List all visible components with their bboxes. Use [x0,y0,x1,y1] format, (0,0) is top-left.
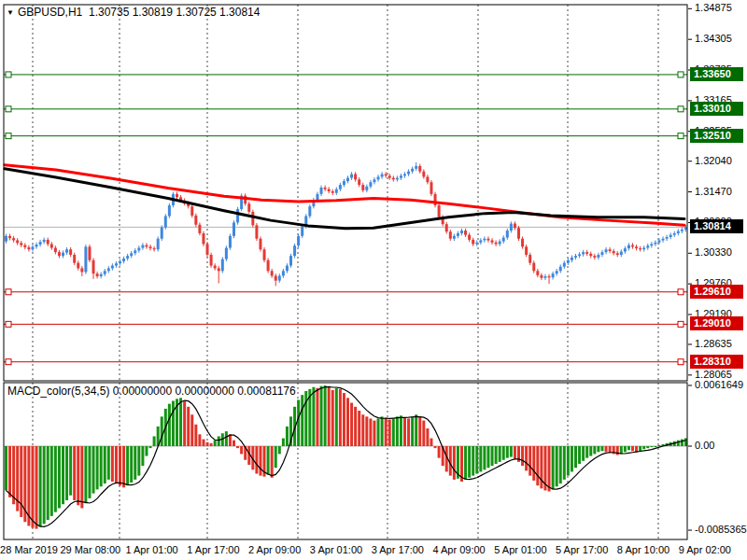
candle-body [115,263,118,265]
price-axis-tick-label: 1.34875 [695,2,732,13]
candle-body [271,271,274,275]
candle-body [529,255,531,263]
macd-histogram-bar [350,403,353,446]
candle-body [571,258,573,260]
candle-body [506,231,509,237]
candle-body [202,233,204,245]
macd-histogram-bar [335,388,338,446]
candle-body [548,276,551,277]
macd-histogram-bar [624,446,627,452]
level-line-handle[interactable] [678,106,684,112]
macd-histogram-bar [388,420,391,446]
macd-histogram-bar [304,391,307,446]
macd-histogram-bar [377,418,380,446]
macd-histogram-bar [104,446,106,483]
macd-histogram-bar [521,446,524,466]
candle-body [666,237,669,239]
level-line-handle[interactable] [6,359,11,365]
macd-histogram-bar [654,446,656,447]
price-level-label: 1.33650 [690,67,743,81]
macd-histogram-bar [529,446,531,476]
macd-indicator-label: MACD_color(5,34,5) 0.00000000 0.00000000… [7,385,296,398]
macd-histogram-bar [43,446,46,524]
candle-body [681,230,684,231]
candle-body [365,187,368,190]
macd-histogram-bar [96,446,99,489]
macd-histogram-bar [168,404,171,446]
candle-body [377,176,380,179]
candle-body [540,275,543,278]
candle-body [289,256,292,265]
level-line-handle[interactable] [678,359,684,365]
price-level-label: 1.28310 [690,355,743,369]
level-line-handle[interactable] [6,321,11,327]
candle-body [624,248,627,251]
level-line-handle[interactable] [6,106,11,112]
macd-histogram-bar [479,446,482,471]
level-line-handle[interactable] [678,289,684,295]
candle-body [486,239,489,241]
candle-body [43,240,46,242]
candle-body [400,175,402,177]
price-axis-tick-label: 1.28635 [695,338,732,349]
macd-histogram-bar [267,446,270,475]
candle-body [642,248,645,250]
macd-histogram-bar [240,446,243,454]
level-line-handle[interactable] [678,72,684,77]
candle-body [385,175,388,176]
level-line-handle[interactable] [678,133,684,139]
level-line-handle[interactable] [678,321,684,327]
candle-body [331,191,334,193]
candle-body [149,246,152,248]
macd-histogram-bar [88,446,91,498]
level-line-handle[interactable] [6,72,11,77]
macd-histogram-bar [301,395,303,446]
macd-histogram-bar [35,446,38,529]
candle-body [631,245,634,247]
candle-body [65,249,68,252]
macd-axis-label: 0.0061649 [695,379,743,390]
macd-histogram-bar [373,421,375,446]
candle-body [206,244,209,255]
candle-body [407,172,410,175]
price-axis-tick-label: 1.34305 [695,33,732,44]
candle-body [600,252,603,255]
macd-histogram-bar [183,400,186,446]
macd-histogram-bar [358,411,360,446]
candle-body [430,182,432,194]
macd-histogram-bar [282,439,285,446]
candle-body [418,166,421,172]
macd-histogram-bar [585,446,588,458]
macd-histogram-bar [286,427,289,446]
macd-histogram-bar [631,446,634,451]
macd-histogram-bar [141,446,144,466]
level-line-handle[interactable] [6,289,11,295]
candle-body [324,188,327,189]
candle-body [605,249,608,252]
symbol-dropdown-icon[interactable]: ▼ [7,8,14,17]
level-line-handle[interactable] [6,133,11,139]
candle-body [536,271,539,275]
candle-body [194,216,197,225]
macd-axis-label: -0.0085365 [695,524,747,535]
candle-body [130,253,133,256]
candle-body [282,271,285,275]
macd-histogram-bar [422,421,425,446]
macd-histogram-bar [149,446,152,448]
macd-histogram-bar [161,416,163,446]
candle-body [161,228,163,239]
macd-histogram-bar [119,446,121,485]
candle-body [369,182,372,187]
macd-histogram-bar [69,446,72,496]
candle-body [479,240,482,242]
macd-histogram-bar [73,446,76,500]
macd-histogram-bar [331,390,334,446]
macd-histogram-bar [403,417,406,446]
candle-body [673,233,676,235]
macd-histogram-bar [650,446,653,447]
macd-histogram-bar [179,398,182,446]
macd-histogram-bar [233,441,235,446]
candle-body [251,212,254,225]
chart-canvas[interactable] [0,0,747,560]
candle-body [396,178,399,180]
